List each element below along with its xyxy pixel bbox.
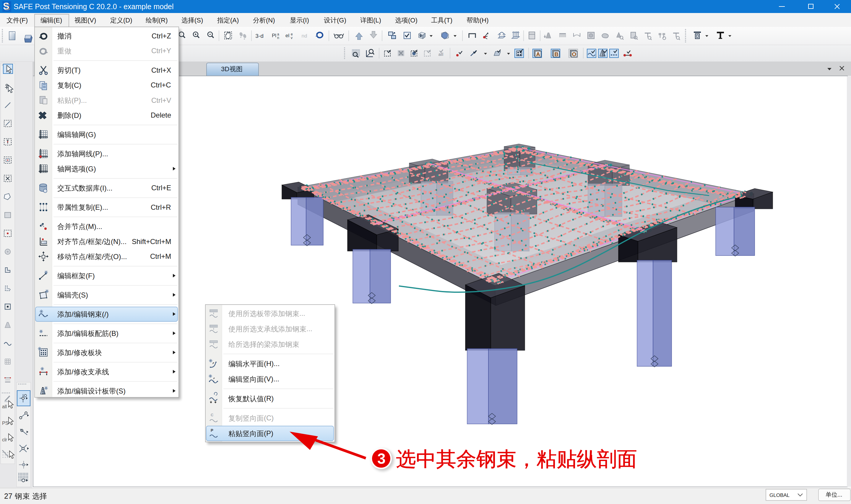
svg-text:P: P <box>211 428 213 432</box>
svg-text:(S): (S) <box>78 291 88 299</box>
svg-text:(S): (S) <box>116 387 126 395</box>
svg-text:(A): (A) <box>230 17 239 24</box>
svg-text:(T): (T) <box>444 17 452 24</box>
svg-text:(P): (P) <box>264 429 273 437</box>
svg-text:(S): (S) <box>195 17 203 24</box>
svg-text:(M)...: (M)... <box>86 222 102 230</box>
svg-text:(G): (G) <box>86 165 96 173</box>
svg-text:el: el <box>286 33 289 38</box>
svg-text:Ctrl+V: Ctrl+V <box>151 96 171 104</box>
svg-text:Ctrl+C: Ctrl+C <box>151 81 171 89</box>
svg-text:Ctrl+M: Ctrl+M <box>150 252 171 260</box>
svg-text:...: ... <box>837 491 843 498</box>
svg-text:/: / <box>72 310 74 318</box>
svg-text:/: / <box>102 253 104 260</box>
svg-text:SAFE Post Tensioning C 20.2.0: SAFE Post Tensioning C 20.2.0 - example … <box>14 2 174 11</box>
svg-text:(/): (/) <box>102 310 109 318</box>
svg-text:(L): (L) <box>373 17 381 24</box>
svg-text:(H)...: (H)... <box>264 360 279 367</box>
svg-text:(O): (O) <box>408 17 418 24</box>
svg-text:(D): (D) <box>123 17 132 24</box>
svg-text:(I)...: (I)... <box>100 184 113 192</box>
svg-text:(R): (R) <box>159 17 168 24</box>
svg-text:/: / <box>72 387 74 395</box>
svg-text:(E): (E) <box>53 17 62 24</box>
svg-text:(T): (T) <box>72 66 81 74</box>
svg-text:/: / <box>72 348 74 357</box>
svg-text:Ctrl+Z: Ctrl+Z <box>151 32 171 40</box>
svg-text:/: / <box>72 368 74 376</box>
svg-text:(H): (H) <box>479 17 489 24</box>
svg-text:(R): (R) <box>264 394 274 402</box>
svg-text:(G): (G) <box>86 130 96 139</box>
svg-text:GLOBAL: GLOBAL <box>769 492 790 498</box>
svg-text:PS: PS <box>2 421 8 426</box>
svg-text:(F): (F) <box>86 272 95 280</box>
svg-text:Ctrl+Y: Ctrl+Y <box>151 47 171 55</box>
svg-text:3-d: 3-d <box>255 33 263 39</box>
svg-text:nd: nd <box>302 33 307 39</box>
svg-text:(N)...: (N)... <box>111 237 126 246</box>
svg-text:(C): (C) <box>264 414 274 422</box>
svg-text:(G): (G) <box>337 17 346 24</box>
svg-text:/: / <box>86 253 88 260</box>
svg-text:B: B <box>554 51 559 57</box>
svg-text:(B): (B) <box>109 329 119 337</box>
svg-text:(O)...: (O)... <box>111 253 127 260</box>
svg-text:O: O <box>572 51 577 57</box>
svg-text:all: all <box>2 404 7 409</box>
svg-text:(V)...: (V)... <box>264 375 279 383</box>
svg-text:(I): (I) <box>303 17 309 24</box>
svg-text:/: / <box>102 237 104 246</box>
svg-text:...: ... <box>299 309 305 317</box>
svg-text:C: C <box>211 413 214 417</box>
svg-text:(E)...: (E)... <box>93 203 108 211</box>
svg-text:Shift+Ctrl+M: Shift+Ctrl+M <box>132 237 171 246</box>
svg-text:(P)...: (P)... <box>72 96 87 104</box>
svg-text:3D: 3D <box>221 65 229 73</box>
svg-text:S: S <box>3 1 10 12</box>
svg-text:3: 3 <box>377 451 386 467</box>
svg-text:Ctrl+E: Ctrl+E <box>151 184 171 192</box>
svg-text:clr: clr <box>2 437 7 442</box>
svg-text:(C): (C) <box>72 81 81 89</box>
svg-text:/: / <box>86 237 88 246</box>
svg-text:27: 27 <box>4 492 13 500</box>
svg-text:n: n <box>277 36 279 40</box>
svg-text:(F): (F) <box>19 17 28 24</box>
svg-text:A: A <box>536 51 540 57</box>
svg-text:(N): (N) <box>266 17 275 24</box>
svg-text:(D): (D) <box>72 111 81 119</box>
svg-text:Delete: Delete <box>151 111 171 119</box>
svg-text:Ctrl+R: Ctrl+R <box>151 203 171 211</box>
svg-text:/: / <box>72 329 74 337</box>
svg-text:v: v <box>291 36 292 40</box>
svg-text:Pl: Pl <box>272 33 276 38</box>
svg-text:Ctrl+X: Ctrl+X <box>151 66 171 74</box>
svg-text:(V): (V) <box>88 17 96 24</box>
svg-text:(P)...: (P)... <box>93 150 108 158</box>
svg-text:...: ... <box>306 325 312 332</box>
